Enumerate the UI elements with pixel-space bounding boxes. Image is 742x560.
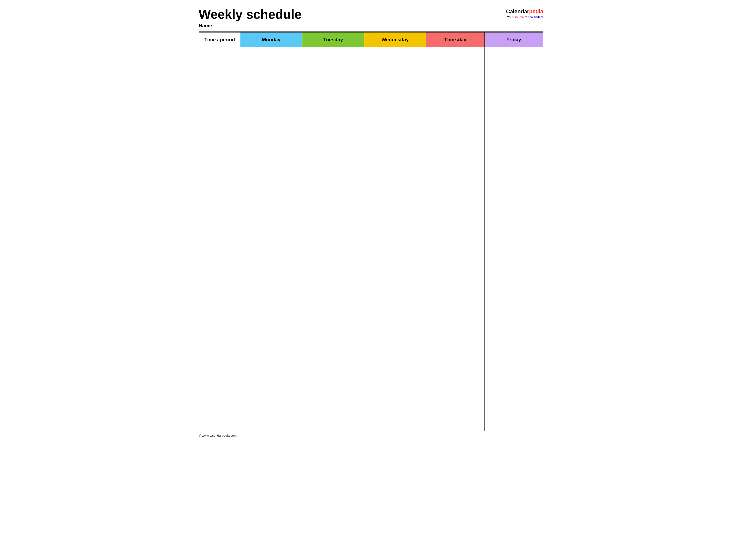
table-row: [199, 239, 543, 271]
schedule-cell[interactable]: [240, 303, 302, 335]
header: Weekly schedule Name: Calendarpedia Your…: [199, 7, 543, 29]
footer: © www.calendarpedia.com: [199, 434, 543, 437]
schedule-cell[interactable]: [364, 47, 426, 79]
logo-subtitle-your: Your: [507, 15, 514, 19]
title-section: Weekly schedule Name:: [199, 7, 302, 29]
schedule-cell[interactable]: [240, 335, 302, 367]
schedule-cell[interactable]: [484, 143, 543, 175]
schedule-cell[interactable]: [484, 367, 543, 399]
schedule-cell[interactable]: [240, 47, 302, 79]
time-cell[interactable]: [199, 303, 240, 335]
schedule-cell[interactable]: [484, 207, 543, 239]
schedule-cell[interactable]: [426, 335, 485, 367]
table-row: [199, 399, 543, 431]
schedule-cell[interactable]: [426, 79, 485, 111]
schedule-cell[interactable]: [364, 207, 426, 239]
schedule-cell[interactable]: [302, 143, 364, 175]
page-title: Weekly schedule: [199, 7, 302, 21]
schedule-cell[interactable]: [364, 335, 426, 367]
schedule-cell[interactable]: [364, 239, 426, 271]
schedule-cell[interactable]: [426, 271, 485, 303]
schedule-cell[interactable]: [240, 143, 302, 175]
schedule-cell[interactable]: [484, 271, 543, 303]
footer-url: © www.calendarpedia.com: [199, 434, 236, 437]
schedule-cell[interactable]: [484, 79, 543, 111]
time-cell[interactable]: [199, 111, 240, 143]
time-cell[interactable]: [199, 367, 240, 399]
time-cell[interactable]: [199, 175, 240, 207]
schedule-cell[interactable]: [302, 47, 364, 79]
schedule-cell[interactable]: [240, 175, 302, 207]
table-row: [199, 79, 543, 111]
schedule-cell[interactable]: [426, 399, 485, 431]
logo-subtitle-rest: for calendars: [524, 15, 543, 19]
header-friday: Friday: [484, 32, 543, 47]
schedule-cell[interactable]: [240, 207, 302, 239]
schedule-cell[interactable]: [302, 303, 364, 335]
schedule-cell[interactable]: [426, 111, 485, 143]
time-cell[interactable]: [199, 271, 240, 303]
header-time-period: Time / period: [199, 32, 240, 47]
schedule-cell[interactable]: [484, 239, 543, 271]
schedule-cell[interactable]: [302, 79, 364, 111]
schedule-cell[interactable]: [302, 271, 364, 303]
table-row: [199, 207, 543, 239]
schedule-cell[interactable]: [364, 111, 426, 143]
schedule-cell[interactable]: [484, 335, 543, 367]
page-wrapper: Weekly schedule Name: Calendarpedia Your…: [199, 7, 543, 437]
schedule-cell[interactable]: [302, 175, 364, 207]
schedule-cell[interactable]: [240, 399, 302, 431]
schedule-cell[interactable]: [240, 111, 302, 143]
time-cell[interactable]: [199, 143, 240, 175]
header-wednesday: Wednesday: [364, 32, 426, 47]
schedule-cell[interactable]: [484, 399, 543, 431]
schedule-cell[interactable]: [484, 175, 543, 207]
schedule-cell[interactable]: [302, 111, 364, 143]
schedule-cell[interactable]: [240, 271, 302, 303]
schedule-cell[interactable]: [240, 239, 302, 271]
schedule-cell[interactable]: [426, 47, 485, 79]
schedule-cell[interactable]: [364, 303, 426, 335]
schedule-cell[interactable]: [364, 143, 426, 175]
time-cell[interactable]: [199, 399, 240, 431]
schedule-cell[interactable]: [426, 367, 485, 399]
schedule-cell[interactable]: [426, 239, 485, 271]
time-cell[interactable]: [199, 47, 240, 79]
schedule-cell[interactable]: [484, 303, 543, 335]
logo-section: Calendarpedia Your source for calendars: [506, 7, 543, 19]
schedule-cell[interactable]: [302, 207, 364, 239]
schedule-cell[interactable]: [302, 239, 364, 271]
table-row: [199, 335, 543, 367]
logo-text: Calendarpedia: [506, 8, 543, 15]
schedule-cell[interactable]: [426, 207, 485, 239]
schedule-cell[interactable]: [302, 335, 364, 367]
top-divider: [199, 31, 543, 32]
table-row: [199, 271, 543, 303]
schedule-cell[interactable]: [364, 399, 426, 431]
schedule-cell[interactable]: [426, 175, 485, 207]
schedule-cell[interactable]: [484, 111, 543, 143]
schedule-cell[interactable]: [484, 47, 543, 79]
table-row: [199, 367, 543, 399]
schedule-table: Time / period Monday Tuesday Wednesday T…: [199, 32, 543, 431]
time-cell[interactable]: [199, 335, 240, 367]
header-monday: Monday: [240, 32, 302, 47]
schedule-cell[interactable]: [302, 367, 364, 399]
table-row: [199, 303, 543, 335]
logo-subtitle-source: source: [514, 15, 524, 19]
schedule-cell[interactable]: [364, 175, 426, 207]
schedule-cell[interactable]: [240, 79, 302, 111]
table-row: [199, 143, 543, 175]
time-cell[interactable]: [199, 207, 240, 239]
header-row: Time / period Monday Tuesday Wednesday T…: [199, 32, 543, 47]
schedule-cell[interactable]: [426, 303, 485, 335]
time-cell[interactable]: [199, 239, 240, 271]
schedule-cell[interactable]: [426, 143, 485, 175]
schedule-cell[interactable]: [364, 367, 426, 399]
schedule-cell[interactable]: [364, 79, 426, 111]
schedule-cell[interactable]: [240, 367, 302, 399]
logo-calendar: Calendar: [506, 8, 529, 14]
schedule-cell[interactable]: [302, 399, 364, 431]
time-cell[interactable]: [199, 79, 240, 111]
schedule-cell[interactable]: [364, 271, 426, 303]
